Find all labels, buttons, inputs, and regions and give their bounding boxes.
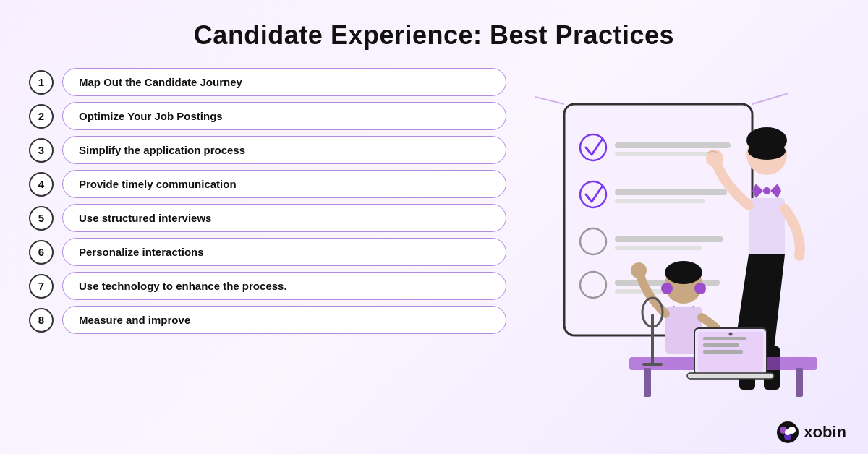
item-label: Simplify the application process [62, 136, 506, 164]
list-item: 8Measure and improve [29, 306, 506, 334]
svg-rect-37 [651, 314, 654, 364]
svg-rect-17 [749, 198, 785, 256]
svg-rect-8 [615, 236, 723, 242]
svg-point-22 [665, 261, 702, 284]
logo-text: xobin [804, 423, 846, 442]
item-label: Provide timely communication [62, 170, 506, 198]
svg-rect-6 [615, 199, 705, 203]
svg-point-24 [694, 283, 706, 294]
item-label: Optimize Your Job Postings [62, 102, 506, 130]
item-number: 8 [29, 308, 54, 333]
item-label: Personalize interactions [62, 238, 506, 266]
svg-point-23 [661, 283, 673, 294]
best-practices-list: 1Map Out the Candidate Journey2Optimize … [29, 65, 506, 447]
item-number: 4 [29, 172, 54, 197]
item-label: Map Out the Candidate Journey [62, 68, 506, 96]
svg-point-15 [748, 142, 786, 160]
svg-line-40 [535, 97, 564, 104]
svg-rect-5 [615, 189, 727, 195]
svg-rect-28 [644, 368, 651, 397]
svg-point-16 [763, 187, 770, 194]
main-content: 1Map Out the Candidate Journey2Optimize … [0, 65, 868, 454]
list-item: 5Use structured interviews [29, 204, 506, 232]
svg-point-35 [729, 333, 733, 336]
item-label: Measure and improve [62, 306, 506, 334]
svg-rect-32 [703, 337, 746, 340]
svg-line-41 [752, 93, 788, 104]
illustration-section [506, 65, 846, 447]
list-item: 7Use technology to enhance the process. [29, 272, 506, 300]
svg-rect-36 [687, 373, 774, 379]
item-label: Use structured interviews [62, 204, 506, 232]
logo-area: xobin [776, 421, 846, 444]
list-item: 2Optimize Your Job Postings [29, 102, 506, 130]
svg-point-46 [785, 429, 791, 435]
item-number: 7 [29, 274, 54, 299]
list-item: 1Map Out the Candidate Journey [29, 68, 506, 96]
svg-rect-3 [615, 152, 709, 156]
svg-rect-9 [615, 246, 702, 250]
item-number: 1 [29, 70, 54, 95]
list-item: 3Simplify the application process [29, 136, 506, 164]
item-number: 3 [29, 138, 54, 163]
page-title: Candidate Experience: Best Practices [0, 20, 868, 51]
svg-rect-33 [703, 343, 739, 347]
svg-point-26 [631, 262, 647, 278]
item-number: 6 [29, 240, 54, 265]
list-item: 4Provide timely communication [29, 170, 506, 198]
svg-rect-29 [796, 368, 803, 397]
page-header: Candidate Experience: Best Practices [0, 0, 868, 65]
xobin-logo-icon [776, 421, 799, 444]
svg-rect-2 [615, 142, 731, 148]
item-label: Use technology to enhance the process. [62, 272, 506, 300]
item-number: 2 [29, 104, 54, 129]
svg-rect-34 [703, 350, 743, 354]
svg-rect-39 [642, 363, 663, 366]
item-number: 5 [29, 206, 54, 231]
list-item: 6Personalize interactions [29, 238, 506, 266]
